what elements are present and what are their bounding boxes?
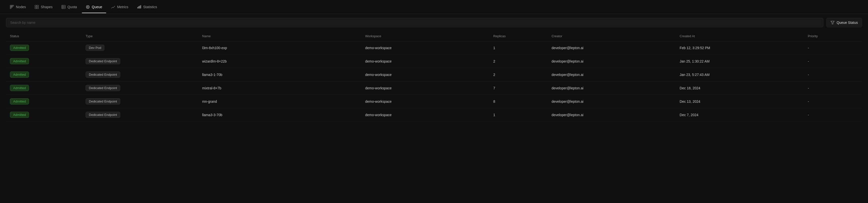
cell-workspace: demo-workspace [361,41,489,55]
cell-type: Dev Pod [82,41,198,55]
nav-item-statistics[interactable]: Statistics [133,3,161,11]
cell-type: Dedicated Endpoint [82,81,198,95]
cell-replicas: 1 [489,108,548,122]
cell-replicas: 7 [489,81,548,95]
svg-rect-16 [137,7,138,8]
cell-created-at: Dec 7, 2024 [676,108,804,122]
table-row: Admitted Dedicated Endpoint llama3-1-70b… [6,68,862,81]
svg-rect-6 [35,5,36,7]
table-header-row: Status Type Name Workspace Replicas Crea… [6,31,862,41]
queue-icon [86,5,90,9]
cell-status: Admitted [6,108,82,122]
cell-replicas: 8 [489,95,548,108]
nav-item-metrics[interactable]: Metrics [107,3,132,11]
cell-created-at: Jan 25, 1:30:22 AM [676,55,804,68]
col-header-status: Status [6,31,82,41]
svg-rect-8 [35,7,36,9]
svg-rect-3 [11,5,12,6]
cell-workspace: demo-workspace [361,95,489,108]
status-badge: Admitted [10,85,29,91]
cell-workspace: demo-workspace [361,108,489,122]
cell-priority: - [804,68,862,81]
type-badge: Dedicated Endpoint [86,58,120,64]
metrics-icon [111,5,115,9]
cell-creator: developer@lepton.ai [548,95,676,108]
cell-replicas: 1 [489,41,548,55]
filter-icon [831,21,835,25]
table-row: Admitted Dedicated Endpoint wizardlm-8×2… [6,55,862,68]
type-badge: Dedicated Endpoint [86,85,120,91]
col-header-replicas: Replicas [489,31,548,41]
col-header-priority: Priority [804,31,862,41]
toolbar: Queue Status [0,14,868,31]
nav-label-queue: Queue [92,5,102,9]
nav-label-quota: Quota [67,5,77,9]
cell-name: l3m-8xh100-exp [198,41,361,55]
cell-name: llama3-1-70b [198,68,361,81]
col-header-name: Name [198,31,361,41]
cell-name: llama3-3-70b [198,108,361,122]
svg-rect-2 [10,8,11,9]
cell-creator: developer@lepton.ai [548,68,676,81]
table-container: Status Type Name Workspace Replicas Crea… [0,31,868,122]
cell-creator: developer@lepton.ai [548,108,676,122]
search-input[interactable] [6,18,824,27]
cell-created-at: Jan 23, 5:27:43 AM [676,68,804,81]
cell-type: Dedicated Endpoint [82,95,198,108]
cell-priority: - [804,41,862,55]
cell-priority: - [804,55,862,68]
cell-workspace: demo-workspace [361,81,489,95]
cell-creator: developer@lepton.ai [548,55,676,68]
cell-priority: - [804,95,862,108]
search-wrapper [6,18,824,27]
nav-item-queue[interactable]: Queue [82,3,106,11]
type-badge: Dedicated Endpoint [86,71,120,78]
nav-item-quota[interactable]: Quota [58,3,81,11]
table-row: Admitted Dev Pod l3m-8xh100-exp demo-wor… [6,41,862,55]
cell-name: wizardlm-8×22b [198,55,361,68]
nav-item-shapes[interactable]: Shapes [31,3,56,11]
type-badge: Dedicated Endpoint [86,112,120,118]
col-header-workspace: Workspace [361,31,489,41]
queue-status-label: Queue Status [837,21,858,25]
col-header-creator: Creator [548,31,676,41]
table-row: Admitted Dedicated Endpoint mixtral-8×7b… [6,81,862,95]
cell-type: Dedicated Endpoint [82,68,198,81]
svg-marker-20 [831,21,834,24]
status-badge: Admitted [10,45,29,51]
type-badge: Dev Pod [86,45,104,51]
svg-point-15 [87,6,88,7]
statistics-icon [137,5,141,9]
cell-status: Admitted [6,68,82,81]
svg-rect-0 [10,5,11,6]
type-badge: Dedicated Endpoint [86,98,120,105]
cell-creator: developer@lepton.ai [548,41,676,55]
col-header-created-at: Created At [676,31,804,41]
table-row: Admitted Dedicated Endpoint mn-grand dem… [6,95,862,108]
svg-rect-10 [62,5,65,9]
svg-rect-19 [141,5,141,8]
cell-status: Admitted [6,95,82,108]
status-badge: Admitted [10,98,29,105]
svg-rect-7 [37,5,38,7]
queue-status-button[interactable]: Queue Status [826,18,862,27]
cell-creator: developer@lepton.ai [548,81,676,95]
cell-type: Dedicated Endpoint [82,55,198,68]
quota-icon [62,5,65,9]
cell-name: mixtral-8×7b [198,81,361,95]
status-badge: Admitted [10,71,29,78]
nav-item-nodes[interactable]: Nodes [6,3,30,11]
nav-label-metrics: Metrics [117,5,128,9]
svg-rect-17 [138,6,139,8]
cell-created-at: Dec 18, 2024 [676,81,804,95]
nav-label-statistics: Statistics [143,5,157,9]
cell-replicas: 2 [489,68,548,81]
cell-status: Admitted [6,81,82,95]
cell-workspace: demo-workspace [361,55,489,68]
table-row: Admitted Dedicated Endpoint llama3-3-70b… [6,108,862,122]
shapes-icon [35,5,39,9]
nav-bar: Nodes Shapes Quota Queue Me [0,0,868,14]
cell-status: Admitted [6,55,82,68]
svg-rect-9 [37,7,38,9]
svg-rect-4 [11,6,12,7]
